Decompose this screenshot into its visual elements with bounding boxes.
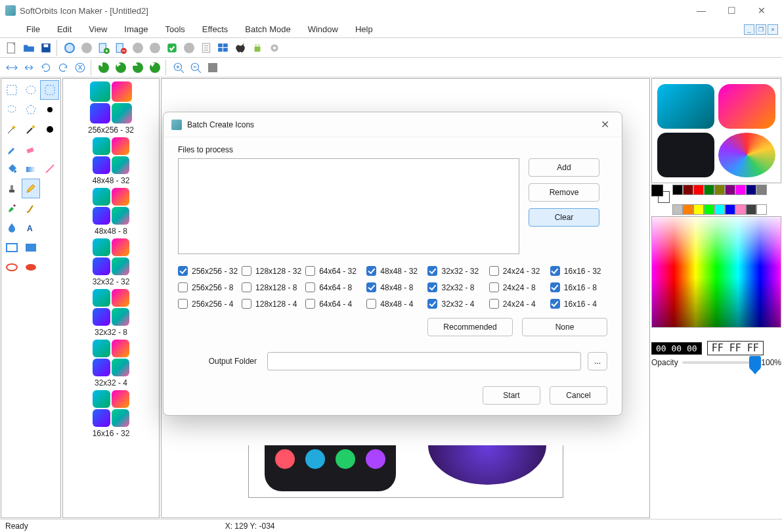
gear-icon[interactable] bbox=[267, 40, 282, 56]
rotate-cw-icon[interactable] bbox=[55, 60, 71, 76]
lasso-icon[interactable] bbox=[3, 100, 22, 120]
swatch[interactable] bbox=[746, 185, 756, 195]
thumb-item[interactable]: 256x256 - 32 bbox=[88, 81, 134, 135]
thumb-item[interactable]: 48x48 - 8 bbox=[93, 188, 129, 236]
mdi-close-icon[interactable]: × bbox=[768, 24, 778, 35]
close-button[interactable]: ✕ bbox=[747, 0, 777, 21]
maximize-button[interactable]: ☐ bbox=[716, 0, 747, 21]
add-format-icon[interactable] bbox=[96, 40, 112, 56]
fg-bg-swatch[interactable] bbox=[651, 185, 670, 203]
menu-effects[interactable]: Effects bbox=[194, 22, 236, 37]
menu-batch[interactable]: Batch Mode bbox=[237, 22, 298, 37]
thumb-item[interactable]: 48x48 - 32 bbox=[93, 137, 130, 185]
undo-icon[interactable] bbox=[62, 40, 77, 56]
thumb-item[interactable]: 32x32 - 4 bbox=[93, 340, 129, 388]
menu-view[interactable]: View bbox=[81, 22, 115, 37]
line-icon[interactable] bbox=[40, 159, 59, 179]
swatch[interactable] bbox=[756, 185, 767, 195]
resize-icon[interactable] bbox=[4, 60, 20, 76]
pencil-icon[interactable] bbox=[22, 179, 41, 198]
swatch[interactable] bbox=[704, 185, 714, 195]
eraser-icon[interactable] bbox=[22, 139, 41, 159]
ellipse-icon[interactable] bbox=[3, 257, 22, 277]
thumb-item[interactable]: 32x32 - 32 bbox=[93, 238, 130, 286]
swatch[interactable] bbox=[672, 185, 683, 195]
menu-tools[interactable]: Tools bbox=[157, 22, 192, 37]
canvas[interactable] bbox=[161, 78, 650, 518]
play-up-icon[interactable] bbox=[130, 60, 146, 76]
redo-icon[interactable] bbox=[79, 40, 95, 56]
status-ready: Ready bbox=[5, 521, 28, 531]
round-select-icon[interactable] bbox=[40, 80, 59, 100]
shield-icon[interactable] bbox=[164, 40, 180, 56]
windows-icon[interactable] bbox=[215, 40, 231, 56]
magic-brush-icon[interactable] bbox=[22, 120, 41, 139]
swatch[interactable] bbox=[725, 185, 735, 195]
zoom-out-icon[interactable] bbox=[188, 60, 204, 76]
play-right-icon[interactable] bbox=[113, 60, 129, 76]
menu-help[interactable]: Help bbox=[347, 22, 381, 37]
mdi-restore-icon[interactable]: ❐ bbox=[756, 24, 766, 35]
ellipse-select-icon[interactable] bbox=[22, 80, 41, 100]
swatch[interactable] bbox=[735, 185, 746, 195]
swatch[interactable] bbox=[672, 204, 683, 215]
size-list[interactable]: 256x256 - 3248x48 - 3248x48 - 832x32 - 3… bbox=[62, 78, 160, 518]
picker-icon[interactable] bbox=[3, 139, 22, 159]
flip-h-icon[interactable] bbox=[21, 60, 37, 76]
swatch[interactable] bbox=[693, 185, 704, 195]
rotate-ccw-icon[interactable] bbox=[38, 60, 54, 76]
menu-edit[interactable]: Edit bbox=[49, 22, 79, 37]
mdi-minimize-icon[interactable]: _ bbox=[744, 24, 754, 35]
stamp-icon[interactable] bbox=[3, 179, 22, 198]
swatch[interactable] bbox=[683, 204, 693, 215]
gradient-icon[interactable] bbox=[22, 159, 41, 179]
swatch[interactable] bbox=[693, 204, 704, 215]
swatch[interactable] bbox=[735, 204, 746, 215]
blur-icon[interactable] bbox=[3, 218, 22, 238]
stop-icon[interactable] bbox=[205, 60, 221, 76]
brush-size2-icon[interactable] bbox=[40, 120, 59, 139]
menu-file[interactable]: File bbox=[18, 22, 48, 37]
save-icon[interactable] bbox=[38, 40, 54, 56]
wand-icon[interactable] bbox=[3, 120, 22, 139]
script-icon[interactable] bbox=[198, 40, 214, 56]
menu-image[interactable]: Image bbox=[116, 22, 156, 37]
calligraphy-icon[interactable] bbox=[22, 198, 41, 218]
opacity-slider[interactable] bbox=[682, 361, 758, 364]
swatch[interactable] bbox=[714, 185, 725, 195]
swatch[interactable] bbox=[714, 204, 725, 215]
paintbrush-icon[interactable] bbox=[3, 198, 22, 218]
color-picker-gradient[interactable] bbox=[651, 216, 781, 328]
remove-format-icon[interactable] bbox=[113, 40, 129, 56]
rect-icon[interactable] bbox=[3, 238, 22, 257]
brush-size-icon[interactable] bbox=[40, 100, 59, 120]
poly-icon[interactable] bbox=[22, 100, 41, 120]
android-icon[interactable] bbox=[250, 40, 265, 56]
effect-a-icon[interactable] bbox=[147, 40, 163, 56]
thumb-item[interactable]: 32x32 - 8 bbox=[93, 289, 129, 337]
menu-window[interactable]: Window bbox=[300, 22, 346, 37]
minimize-button[interactable]: — bbox=[686, 0, 716, 21]
rect-select-icon[interactable] bbox=[3, 80, 22, 100]
bucket-icon[interactable] bbox=[3, 159, 22, 179]
thumb-item[interactable]: 16x16 - 32 bbox=[93, 390, 130, 438]
zoom-in-icon[interactable] bbox=[171, 60, 186, 76]
swatch[interactable] bbox=[725, 204, 735, 215]
rect-fill-icon[interactable] bbox=[22, 238, 41, 257]
bg-hex[interactable]: FF FF FF bbox=[707, 341, 764, 355]
swatch[interactable] bbox=[746, 204, 756, 215]
play-left-icon[interactable] bbox=[96, 60, 112, 76]
swatch[interactable] bbox=[683, 185, 693, 195]
new-icon[interactable] bbox=[4, 40, 20, 56]
swatch[interactable] bbox=[756, 204, 767, 215]
play-down-icon[interactable] bbox=[147, 60, 163, 76]
apple-icon[interactable] bbox=[232, 40, 248, 56]
fg-hex[interactable]: 00 00 00 bbox=[651, 342, 702, 355]
grayscale-icon[interactable] bbox=[130, 40, 146, 56]
text-icon[interactable]: A bbox=[22, 218, 41, 238]
open-icon[interactable] bbox=[21, 40, 37, 56]
shift-x-icon[interactable]: x bbox=[72, 60, 88, 76]
circle-icon[interactable] bbox=[181, 40, 197, 56]
ellipse-fill-icon[interactable] bbox=[22, 257, 41, 277]
swatch[interactable] bbox=[704, 204, 714, 215]
